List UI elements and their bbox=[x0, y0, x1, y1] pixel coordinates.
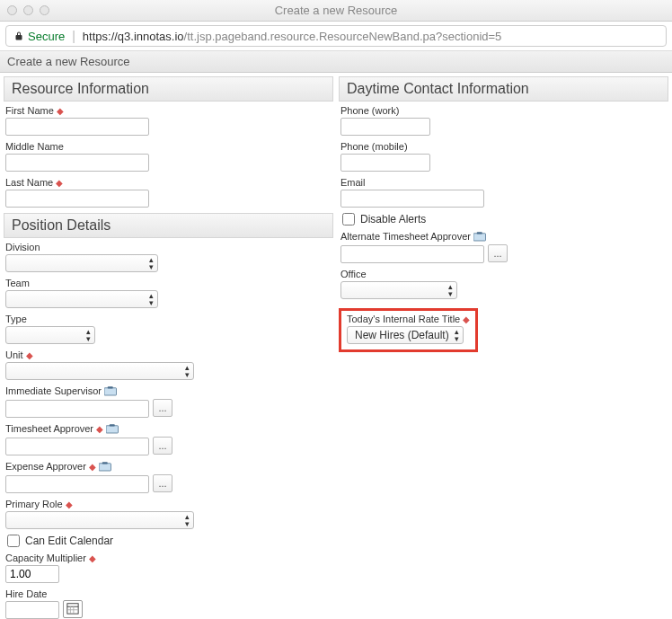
secure-label: Secure bbox=[28, 30, 65, 43]
office-select[interactable]: ▴▾ bbox=[340, 281, 457, 299]
required-icon: ◆ bbox=[89, 462, 96, 472]
hire-date-input[interactable] bbox=[5, 601, 59, 619]
field-phone-mobile: Phone (mobile) bbox=[340, 141, 668, 172]
required-icon: ◆ bbox=[56, 178, 63, 188]
card-icon bbox=[104, 386, 118, 396]
required-icon: ◆ bbox=[96, 424, 103, 434]
chevron-updown-icon: ▴▾ bbox=[86, 328, 91, 342]
left-column: Resource Information First Name◆ Middle … bbox=[4, 76, 333, 619]
field-email: Email bbox=[340, 177, 668, 208]
field-timesheet-approver: Timesheet Approver◆ ... bbox=[5, 423, 333, 455]
immediate-supervisor-input[interactable] bbox=[5, 400, 149, 418]
field-primary-role: Primary Role◆ ▴▾ bbox=[5, 499, 333, 529]
expense-approver-input[interactable] bbox=[5, 475, 149, 493]
hire-date-calendar-button[interactable] bbox=[63, 600, 83, 618]
card-icon bbox=[106, 424, 119, 434]
rate-title-select[interactable]: New Hires (Default)▴▾ bbox=[347, 326, 464, 344]
team-label: Team bbox=[5, 278, 30, 288]
svg-rect-17 bbox=[477, 232, 482, 234]
window-minimize-icon[interactable] bbox=[23, 5, 33, 15]
chevron-updown-icon: ▴▾ bbox=[448, 283, 453, 297]
capacity-multiplier-label: Capacity Multiplier bbox=[5, 553, 86, 563]
immediate-supervisor-label: Immediate Supervisor bbox=[5, 385, 102, 396]
last-name-input[interactable] bbox=[5, 190, 149, 208]
unit-select[interactable]: ▴▾ bbox=[5, 362, 194, 380]
card-icon bbox=[99, 462, 112, 472]
svg-rect-4 bbox=[99, 463, 111, 470]
url-host: https://q3.innotas.io bbox=[83, 30, 184, 43]
phone-work-input[interactable] bbox=[340, 118, 430, 136]
field-disable-alerts: Disable Alerts bbox=[342, 213, 668, 225]
required-icon: ◆ bbox=[463, 314, 470, 324]
field-middle-name: Middle Name bbox=[5, 141, 333, 172]
right-column: Daytime Contact Information Phone (work)… bbox=[339, 76, 668, 619]
primary-role-select[interactable]: ▴▾ bbox=[5, 511, 194, 529]
field-first-name: First Name◆ bbox=[5, 105, 333, 136]
division-select[interactable]: ▴▾ bbox=[5, 254, 158, 272]
svg-rect-0 bbox=[104, 387, 117, 394]
secure-indicator: Secure bbox=[13, 30, 65, 43]
email-label: Email bbox=[340, 177, 366, 188]
alt-timesheet-approver-input[interactable] bbox=[340, 245, 484, 263]
unit-label: Unit bbox=[5, 349, 23, 360]
card-icon bbox=[473, 232, 487, 242]
calendar-icon bbox=[66, 602, 79, 617]
chevron-updown-icon: ▴▾ bbox=[455, 328, 459, 342]
first-name-label: First Name bbox=[5, 105, 54, 116]
alt-timesheet-approver-lookup-button[interactable]: ... bbox=[488, 244, 508, 262]
rate-title-highlight: Today's Internal Rate Title◆ New Hires (… bbox=[339, 308, 478, 352]
type-select[interactable]: ▴▾ bbox=[5, 326, 95, 344]
field-can-edit-calendar: Can Edit Calendar bbox=[7, 535, 333, 547]
chevron-updown-icon: ▴▾ bbox=[149, 256, 154, 270]
rate-title-label: Today's Internal Rate Title bbox=[347, 314, 460, 324]
first-name-input[interactable] bbox=[5, 118, 149, 136]
middle-name-input[interactable] bbox=[5, 154, 149, 172]
last-name-label: Last Name bbox=[5, 177, 53, 188]
window-zoom-icon[interactable] bbox=[40, 5, 49, 15]
disable-alerts-checkbox[interactable] bbox=[342, 213, 355, 225]
disable-alerts-label: Disable Alerts bbox=[360, 213, 426, 225]
type-label: Type bbox=[5, 314, 27, 324]
middle-name-label: Middle Name bbox=[5, 141, 64, 152]
field-rate-title: Today's Internal Rate Title◆ New Hires (… bbox=[347, 314, 470, 344]
can-edit-calendar-checkbox[interactable] bbox=[7, 535, 20, 547]
field-type: Type ▴▾ bbox=[5, 314, 333, 344]
field-last-name: Last Name◆ bbox=[5, 177, 333, 208]
required-icon: ◆ bbox=[66, 500, 73, 509]
phone-mobile-input[interactable] bbox=[340, 154, 430, 172]
alt-timesheet-approver-label: Alternate Timesheet Approver bbox=[340, 231, 471, 242]
required-icon: ◆ bbox=[26, 350, 33, 360]
svg-rect-3 bbox=[110, 424, 115, 426]
svg-rect-1 bbox=[108, 386, 113, 388]
immediate-supervisor-lookup-button[interactable]: ... bbox=[153, 399, 172, 417]
required-icon: ◆ bbox=[89, 553, 96, 563]
field-expense-approver: Expense Approver◆ ... bbox=[5, 461, 333, 493]
window-title: Create a new Resource bbox=[0, 4, 672, 17]
addr-separator: | bbox=[72, 29, 75, 43]
capacity-multiplier-input[interactable] bbox=[5, 565, 59, 583]
field-hire-date: Hire Date bbox=[5, 588, 333, 619]
chevron-updown-icon: ▴▾ bbox=[185, 513, 190, 527]
expense-approver-label: Expense Approver bbox=[5, 461, 86, 472]
division-label: Division bbox=[5, 242, 40, 252]
svg-rect-5 bbox=[102, 462, 108, 464]
required-icon: ◆ bbox=[57, 106, 64, 116]
email-input[interactable] bbox=[340, 190, 484, 208]
url-path: /tt.jsp.pageband.resource.ResourceNewBan… bbox=[184, 30, 502, 43]
section-position-details: Position Details bbox=[4, 213, 333, 238]
hire-date-label: Hire Date bbox=[5, 588, 47, 599]
chevron-updown-icon: ▴▾ bbox=[185, 364, 190, 378]
expense-approver-lookup-button[interactable]: ... bbox=[153, 474, 172, 492]
office-label: Office bbox=[340, 269, 367, 279]
section-resource-information: Resource Information bbox=[4, 76, 333, 102]
svg-rect-2 bbox=[106, 425, 119, 432]
timesheet-approver-lookup-button[interactable]: ... bbox=[153, 437, 172, 455]
timesheet-approver-input[interactable] bbox=[5, 438, 149, 455]
team-select[interactable]: ▴▾ bbox=[5, 290, 158, 308]
timesheet-approver-label: Timesheet Approver bbox=[5, 423, 93, 434]
address-bar[interactable]: Secure | https://q3.innotas.io /tt.jsp.p… bbox=[5, 25, 667, 47]
primary-role-label: Primary Role bbox=[5, 499, 63, 509]
svg-rect-6 bbox=[67, 603, 78, 613]
field-phone-work: Phone (work) bbox=[340, 105, 668, 136]
window-close-icon[interactable] bbox=[7, 5, 17, 15]
